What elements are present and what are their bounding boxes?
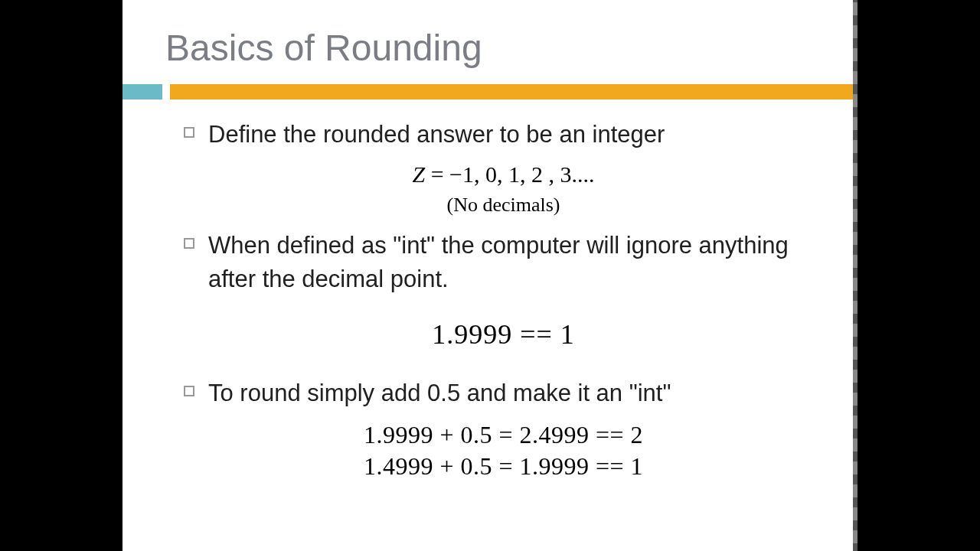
- bullet-text: To round simply add 0.5 and make it an "…: [208, 377, 671, 409]
- slide-content: Define the rounded answer to be an integ…: [122, 99, 854, 481]
- divider-accent-orange: [170, 84, 854, 99]
- presentation-slide: Basics of Rounding Define the rounded an…: [122, 0, 854, 551]
- divider-gap: [162, 84, 170, 99]
- bullet-item: Define the rounded answer to be an integ…: [184, 118, 823, 151]
- bullet-text: Define the rounded answer to be an integ…: [208, 118, 665, 151]
- math-calc-line: 1.4999 + 0.5 = 1.9999 == 1: [184, 452, 823, 481]
- bullet-square-icon: [184, 238, 194, 249]
- bullet-square-icon: [184, 386, 194, 396]
- math-z-line: Z = −1, 0, 1, 2 , 3....: [184, 161, 823, 187]
- bullet-item: To round simply add 0.5 and make it an "…: [184, 377, 823, 409]
- video-edge-strip: [853, 0, 858, 551]
- bullet-square-icon: [184, 127, 194, 138]
- bullet-text: When defined as "int" the computer will …: [208, 229, 823, 295]
- bullet-item: When defined as "int" the computer will …: [184, 229, 823, 295]
- math-note: (No decimals): [184, 194, 823, 217]
- math-calc-line: 1.9999 + 0.5 = 2.4999 == 2: [184, 421, 823, 449]
- divider-accent-teal: [122, 84, 162, 99]
- math-calculations: 1.9999 + 0.5 = 2.4999 == 2 1.4999 + 0.5 …: [184, 421, 823, 481]
- math-definition: Z = −1, 0, 1, 2 , 3.... (No decimals): [184, 161, 823, 217]
- math-equation-1: 1.9999 == 1: [184, 318, 823, 350]
- divider-bar: [122, 84, 854, 99]
- slide-title: Basics of Rounding: [122, 0, 854, 69]
